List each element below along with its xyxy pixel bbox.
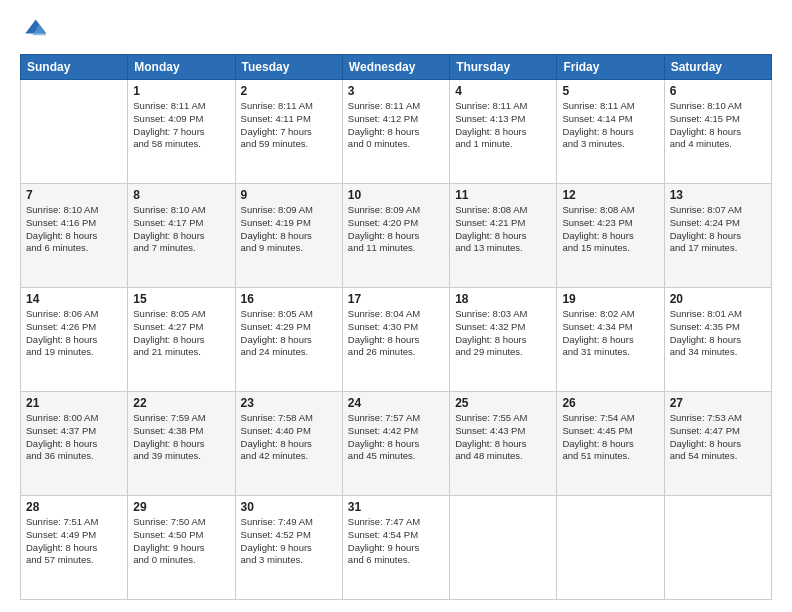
day-info: Sunrise: 8:10 AMSunset: 4:17 PMDaylight:… xyxy=(133,204,229,255)
week-row: 21Sunrise: 8:00 AMSunset: 4:37 PMDayligh… xyxy=(21,392,772,496)
calendar-cell: 7Sunrise: 8:10 AMSunset: 4:16 PMDaylight… xyxy=(21,184,128,288)
calendar-cell: 21Sunrise: 8:00 AMSunset: 4:37 PMDayligh… xyxy=(21,392,128,496)
day-info: Sunrise: 8:09 AMSunset: 4:19 PMDaylight:… xyxy=(241,204,337,255)
calendar-cell: 27Sunrise: 7:53 AMSunset: 4:47 PMDayligh… xyxy=(664,392,771,496)
calendar-cell: 2Sunrise: 8:11 AMSunset: 4:11 PMDaylight… xyxy=(235,80,342,184)
day-info: Sunrise: 7:57 AMSunset: 4:42 PMDaylight:… xyxy=(348,412,444,463)
day-number: 25 xyxy=(455,396,551,410)
day-number: 7 xyxy=(26,188,122,202)
weekday-header: Saturday xyxy=(664,55,771,80)
day-number: 10 xyxy=(348,188,444,202)
weekday-header: Sunday xyxy=(21,55,128,80)
day-info: Sunrise: 7:50 AMSunset: 4:50 PMDaylight:… xyxy=(133,516,229,567)
day-number: 16 xyxy=(241,292,337,306)
day-info: Sunrise: 8:03 AMSunset: 4:32 PMDaylight:… xyxy=(455,308,551,359)
day-number: 23 xyxy=(241,396,337,410)
day-number: 26 xyxy=(562,396,658,410)
day-info: Sunrise: 8:04 AMSunset: 4:30 PMDaylight:… xyxy=(348,308,444,359)
day-info: Sunrise: 8:05 AMSunset: 4:27 PMDaylight:… xyxy=(133,308,229,359)
day-number: 17 xyxy=(348,292,444,306)
day-number: 3 xyxy=(348,84,444,98)
day-number: 9 xyxy=(241,188,337,202)
day-number: 18 xyxy=(455,292,551,306)
day-info: Sunrise: 8:11 AMSunset: 4:12 PMDaylight:… xyxy=(348,100,444,151)
day-number: 5 xyxy=(562,84,658,98)
day-info: Sunrise: 7:58 AMSunset: 4:40 PMDaylight:… xyxy=(241,412,337,463)
day-info: Sunrise: 7:49 AMSunset: 4:52 PMDaylight:… xyxy=(241,516,337,567)
calendar-cell: 4Sunrise: 8:11 AMSunset: 4:13 PMDaylight… xyxy=(450,80,557,184)
calendar-cell: 20Sunrise: 8:01 AMSunset: 4:35 PMDayligh… xyxy=(664,288,771,392)
calendar-cell: 18Sunrise: 8:03 AMSunset: 4:32 PMDayligh… xyxy=(450,288,557,392)
calendar-cell: 26Sunrise: 7:54 AMSunset: 4:45 PMDayligh… xyxy=(557,392,664,496)
day-number: 24 xyxy=(348,396,444,410)
calendar-cell: 29Sunrise: 7:50 AMSunset: 4:50 PMDayligh… xyxy=(128,496,235,600)
day-info: Sunrise: 8:11 AMSunset: 4:14 PMDaylight:… xyxy=(562,100,658,151)
day-number: 20 xyxy=(670,292,766,306)
calendar-cell xyxy=(664,496,771,600)
day-info: Sunrise: 8:07 AMSunset: 4:24 PMDaylight:… xyxy=(670,204,766,255)
day-info: Sunrise: 7:55 AMSunset: 4:43 PMDaylight:… xyxy=(455,412,551,463)
day-info: Sunrise: 7:47 AMSunset: 4:54 PMDaylight:… xyxy=(348,516,444,567)
calendar-cell: 28Sunrise: 7:51 AMSunset: 4:49 PMDayligh… xyxy=(21,496,128,600)
calendar-cell xyxy=(450,496,557,600)
day-number: 1 xyxy=(133,84,229,98)
day-info: Sunrise: 7:54 AMSunset: 4:45 PMDaylight:… xyxy=(562,412,658,463)
day-info: Sunrise: 8:09 AMSunset: 4:20 PMDaylight:… xyxy=(348,204,444,255)
week-row: 28Sunrise: 7:51 AMSunset: 4:49 PMDayligh… xyxy=(21,496,772,600)
day-info: Sunrise: 8:11 AMSunset: 4:13 PMDaylight:… xyxy=(455,100,551,151)
calendar-cell: 8Sunrise: 8:10 AMSunset: 4:17 PMDaylight… xyxy=(128,184,235,288)
day-info: Sunrise: 8:06 AMSunset: 4:26 PMDaylight:… xyxy=(26,308,122,359)
week-row: 1Sunrise: 8:11 AMSunset: 4:09 PMDaylight… xyxy=(21,80,772,184)
weekday-header: Thursday xyxy=(450,55,557,80)
day-info: Sunrise: 8:01 AMSunset: 4:35 PMDaylight:… xyxy=(670,308,766,359)
weekday-header: Monday xyxy=(128,55,235,80)
calendar-cell: 31Sunrise: 7:47 AMSunset: 4:54 PMDayligh… xyxy=(342,496,449,600)
logo-icon xyxy=(20,16,48,44)
calendar-cell xyxy=(21,80,128,184)
calendar-header: SundayMondayTuesdayWednesdayThursdayFrid… xyxy=(21,55,772,80)
day-number: 2 xyxy=(241,84,337,98)
calendar-body: 1Sunrise: 8:11 AMSunset: 4:09 PMDaylight… xyxy=(21,80,772,600)
day-number: 28 xyxy=(26,500,122,514)
calendar-cell: 9Sunrise: 8:09 AMSunset: 4:19 PMDaylight… xyxy=(235,184,342,288)
calendar-cell: 22Sunrise: 7:59 AMSunset: 4:38 PMDayligh… xyxy=(128,392,235,496)
week-row: 7Sunrise: 8:10 AMSunset: 4:16 PMDaylight… xyxy=(21,184,772,288)
day-info: Sunrise: 8:00 AMSunset: 4:37 PMDaylight:… xyxy=(26,412,122,463)
calendar-cell: 14Sunrise: 8:06 AMSunset: 4:26 PMDayligh… xyxy=(21,288,128,392)
day-info: Sunrise: 8:08 AMSunset: 4:21 PMDaylight:… xyxy=(455,204,551,255)
calendar-cell: 10Sunrise: 8:09 AMSunset: 4:20 PMDayligh… xyxy=(342,184,449,288)
day-info: Sunrise: 7:53 AMSunset: 4:47 PMDaylight:… xyxy=(670,412,766,463)
day-number: 13 xyxy=(670,188,766,202)
day-number: 22 xyxy=(133,396,229,410)
day-number: 4 xyxy=(455,84,551,98)
day-info: Sunrise: 8:10 AMSunset: 4:15 PMDaylight:… xyxy=(670,100,766,151)
weekday-header: Tuesday xyxy=(235,55,342,80)
calendar-cell: 17Sunrise: 8:04 AMSunset: 4:30 PMDayligh… xyxy=(342,288,449,392)
page: SundayMondayTuesdayWednesdayThursdayFrid… xyxy=(0,0,792,612)
calendar-table: SundayMondayTuesdayWednesdayThursdayFrid… xyxy=(20,54,772,600)
calendar-cell: 24Sunrise: 7:57 AMSunset: 4:42 PMDayligh… xyxy=(342,392,449,496)
day-info: Sunrise: 8:10 AMSunset: 4:16 PMDaylight:… xyxy=(26,204,122,255)
day-number: 19 xyxy=(562,292,658,306)
day-number: 15 xyxy=(133,292,229,306)
day-number: 14 xyxy=(26,292,122,306)
day-number: 29 xyxy=(133,500,229,514)
day-info: Sunrise: 8:02 AMSunset: 4:34 PMDaylight:… xyxy=(562,308,658,359)
weekday-header: Wednesday xyxy=(342,55,449,80)
day-number: 6 xyxy=(670,84,766,98)
weekday-header: Friday xyxy=(557,55,664,80)
calendar-cell: 6Sunrise: 8:10 AMSunset: 4:15 PMDaylight… xyxy=(664,80,771,184)
day-number: 27 xyxy=(670,396,766,410)
day-number: 30 xyxy=(241,500,337,514)
day-number: 11 xyxy=(455,188,551,202)
calendar-cell: 11Sunrise: 8:08 AMSunset: 4:21 PMDayligh… xyxy=(450,184,557,288)
day-info: Sunrise: 8:11 AMSunset: 4:11 PMDaylight:… xyxy=(241,100,337,151)
calendar-cell: 15Sunrise: 8:05 AMSunset: 4:27 PMDayligh… xyxy=(128,288,235,392)
calendar-cell xyxy=(557,496,664,600)
calendar-cell: 13Sunrise: 8:07 AMSunset: 4:24 PMDayligh… xyxy=(664,184,771,288)
calendar-cell: 3Sunrise: 8:11 AMSunset: 4:12 PMDaylight… xyxy=(342,80,449,184)
day-number: 8 xyxy=(133,188,229,202)
day-number: 31 xyxy=(348,500,444,514)
day-info: Sunrise: 8:05 AMSunset: 4:29 PMDaylight:… xyxy=(241,308,337,359)
weekday-row: SundayMondayTuesdayWednesdayThursdayFrid… xyxy=(21,55,772,80)
